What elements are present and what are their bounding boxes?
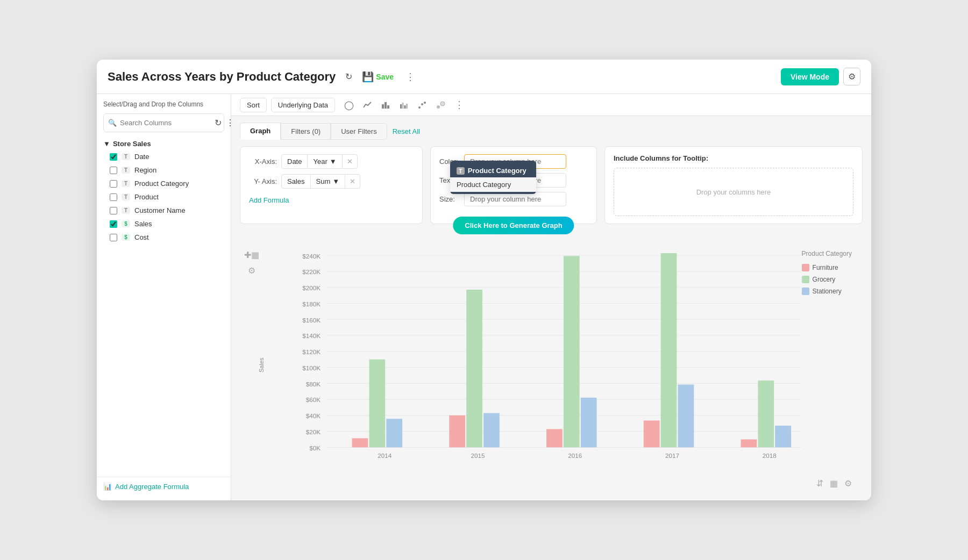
gear-icon: ⚙ (848, 71, 856, 82)
toolbar-more-icon[interactable]: ⋮ (454, 99, 464, 111)
refresh-columns-button[interactable]: ↻ (213, 117, 223, 129)
chart-type-icons: ◯ (341, 97, 448, 112)
bar-2017-grocery (661, 253, 677, 447)
legend-item-stationery: Stationery (802, 288, 852, 295)
col-name-product: Product (134, 193, 159, 201)
y-axis-row: Y- Axis: Sales Sum ▼ ✕ (249, 174, 414, 189)
header: Sales Across Years by Product Category ↻… (97, 60, 871, 94)
col-name-product-category: Product Category (134, 180, 189, 188)
refresh-button[interactable]: ↻ (342, 69, 355, 84)
tooltip-drop-zone[interactable]: Drop your columns here (614, 168, 853, 216)
add-formula-button[interactable]: Add Formula (249, 196, 289, 204)
bar-chart-icon[interactable] (378, 97, 393, 112)
col-name-customer-name: Customer Name (134, 206, 186, 214)
y-axis-select[interactable]: Sales Sum ▼ ✕ (281, 174, 360, 189)
chevron-down-icon: ▼ (332, 177, 339, 185)
checkbox-cost[interactable] (110, 234, 117, 241)
checkbox-product[interactable] (110, 193, 117, 201)
scatter-chart-icon[interactable] (415, 97, 430, 112)
bar-2015-furniture (449, 415, 465, 448)
tab-filters[interactable]: Filters (0) (281, 123, 331, 140)
y-axis-value: Sales (282, 175, 310, 188)
checkbox-product-category[interactable] (110, 180, 117, 188)
line-chart-icon[interactable] (360, 97, 375, 112)
column-item-product-category: T Product Category (97, 177, 231, 190)
sidebar-footer: 📊 Add Aggregate Formula (97, 477, 231, 496)
col-name-sales: Sales (134, 220, 152, 228)
legend-label-grocery: Grocery (813, 276, 836, 283)
checkbox-region[interactable] (110, 167, 117, 174)
chart-main: Sales Product Category Furniture Grocery (264, 245, 863, 494)
legend-item-furniture: Furniture (802, 264, 852, 271)
sort-icon-bottom[interactable]: ⇵ (816, 478, 823, 489)
svg-text:$160K: $160K (302, 317, 321, 324)
svg-text:$220K: $220K (302, 268, 321, 275)
filter-add-icon[interactable]: ✚▦ (244, 250, 259, 260)
dropdown-item-product-category[interactable]: Product Category (450, 177, 536, 192)
svg-text:$180K: $180K (302, 300, 321, 307)
checkbox-sales[interactable] (110, 220, 117, 228)
column-item-sales: $ Sales (97, 217, 231, 231)
generate-graph-button[interactable]: Click Here to Generate Graph (453, 217, 574, 234)
main-layout: Select/Drag and Drop the Columns 🔍 ↻ ⋮ ▼… (97, 94, 871, 500)
x-axis-sub[interactable]: Year ▼ (307, 155, 341, 168)
settings-chart-icon[interactable]: ⚙ (248, 265, 255, 276)
svg-text:$60K: $60K (306, 396, 321, 403)
legend-item-grocery: Grocery (802, 276, 852, 283)
bar-2016-furniture (546, 429, 563, 447)
search-input[interactable] (120, 119, 210, 127)
reset-all-button[interactable]: Reset All (393, 127, 420, 135)
svg-rect-4 (402, 103, 404, 109)
grouped-bar-chart-icon[interactable] (396, 97, 411, 112)
legend-label-stationery: Stationery (813, 288, 842, 295)
bar-2015-stationery (483, 413, 500, 448)
chart-container: ✚▦ ⚙ Sales Product Category Furniture (240, 240, 863, 494)
y-axis-sub[interactable]: Sum ▼ (310, 175, 345, 188)
settings-icon-bottom[interactable]: ⚙ (844, 478, 852, 489)
x-axis-close-button[interactable]: ✕ (342, 155, 357, 168)
type-icon: T (457, 167, 465, 175)
tab-user-filters[interactable]: User Filters (331, 123, 387, 140)
legend-label-furniture: Furniture (813, 264, 838, 271)
more-options-button[interactable]: ⋮ (402, 69, 418, 85)
type-badge-product: T (122, 193, 130, 200)
svg-rect-0 (382, 104, 384, 109)
x-axis-select[interactable]: Date Year ▼ ✕ (281, 154, 358, 169)
svg-text:2014: 2014 (378, 452, 392, 459)
cts-panel: T Product Category Product Category Colo… (430, 146, 597, 224)
svg-text:$100K: $100K (302, 364, 321, 371)
filter-icon-bottom[interactable]: ▦ (830, 478, 838, 489)
add-formula-link[interactable]: 📊 Add Aggregate Formula (103, 483, 224, 491)
store-sales-section[interactable]: ▼ Store Sales (97, 138, 231, 150)
type-badge-date: T (122, 153, 130, 160)
col-name-cost: Cost (134, 233, 149, 241)
column-item-region: T Region (97, 163, 231, 177)
svg-rect-1 (385, 102, 387, 109)
legend-color-furniture (802, 264, 809, 271)
size-label: Size: (439, 195, 460, 203)
view-mode-button[interactable]: View Mode (781, 68, 839, 85)
size-drop-input[interactable] (464, 192, 566, 206)
axes-panel: X-Axis: Date Year ▼ ✕ (240, 146, 423, 224)
svg-rect-5 (404, 105, 406, 109)
checkbox-customer-name[interactable] (110, 207, 117, 214)
bubble-chart-icon[interactable] (433, 97, 448, 112)
legend-title: Product Category (802, 250, 852, 257)
save-button[interactable]: 💾 Save (362, 71, 394, 83)
tooltip-title: Include Columns for Tooltip: (614, 154, 853, 162)
x-axis-row: X-Axis: Date Year ▼ ✕ (249, 154, 414, 169)
circle-chart-icon[interactable]: ◯ (341, 97, 357, 112)
bar-2018-stationery (775, 426, 791, 447)
bar-2016-grocery (564, 256, 580, 447)
header-left: Sales Across Years by Product Category ↻… (108, 69, 418, 85)
column-item-date: T Date (97, 150, 231, 163)
tab-graph[interactable]: Graph (240, 123, 281, 140)
underlying-data-button[interactable]: Underlying Data (271, 98, 335, 112)
y-axis-close-button[interactable]: ✕ (345, 175, 360, 188)
settings-button[interactable]: ⚙ (843, 68, 860, 85)
checkbox-date[interactable] (110, 153, 117, 161)
sort-button[interactable]: Sort (240, 98, 267, 112)
type-badge-region: T (122, 167, 130, 174)
svg-text:$140K: $140K (302, 332, 321, 339)
sidebar-header: Select/Drag and Drop the Columns (97, 100, 231, 113)
